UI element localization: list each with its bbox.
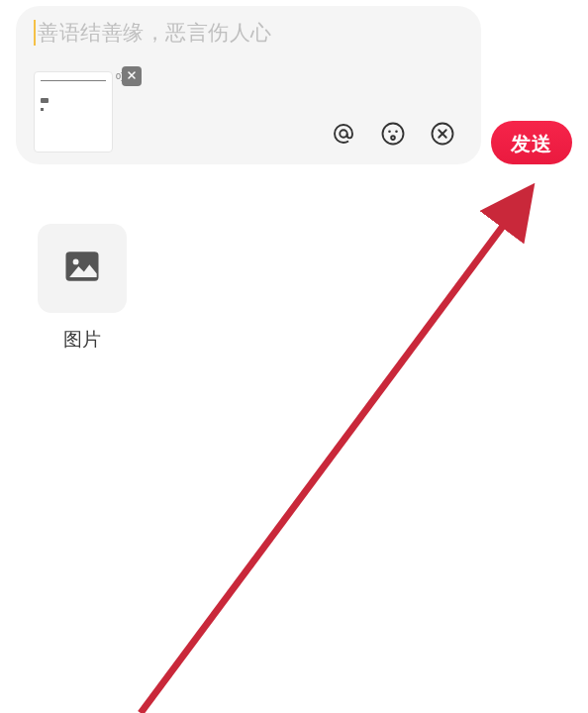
svg-point-11 [73, 258, 79, 264]
close-circle-icon [429, 120, 456, 152]
cancel-button[interactable] [428, 121, 457, 151]
remove-attachment-button[interactable] [122, 66, 142, 86]
compose-placeholder: 善语结善缘，恶言伤人心 [38, 20, 272, 46]
compose-row: 善语结善缘，恶言伤人心 0) [16, 6, 572, 164]
remove-attachment-wrap: 0) [116, 66, 142, 86]
image-icon [60, 245, 104, 292]
compose-toolbar [113, 121, 463, 153]
emoji-button[interactable] [378, 121, 408, 151]
text-cursor [34, 20, 36, 46]
at-icon [330, 120, 357, 152]
add-image-button[interactable] [38, 224, 127, 313]
input-line[interactable]: 善语结善缘，恶言伤人心 [34, 20, 463, 46]
send-button[interactable]: 发送 [491, 121, 572, 164]
mention-button[interactable] [329, 121, 358, 151]
attachment-options: 图片 [0, 164, 588, 353]
attachment-row: 0) [34, 71, 463, 153]
attachment-thumbnail[interactable]: 0) [34, 71, 113, 153]
close-icon [126, 67, 138, 85]
svg-point-3 [383, 124, 404, 145]
add-image-label: 图片 [38, 327, 127, 353]
emoji-icon [379, 120, 407, 152]
svg-point-5 [395, 130, 398, 133]
svg-point-6 [391, 136, 395, 140]
svg-point-2 [340, 130, 346, 137]
svg-point-4 [388, 130, 391, 133]
compose-box[interactable]: 善语结善缘，恶言伤人心 0) [16, 6, 481, 164]
